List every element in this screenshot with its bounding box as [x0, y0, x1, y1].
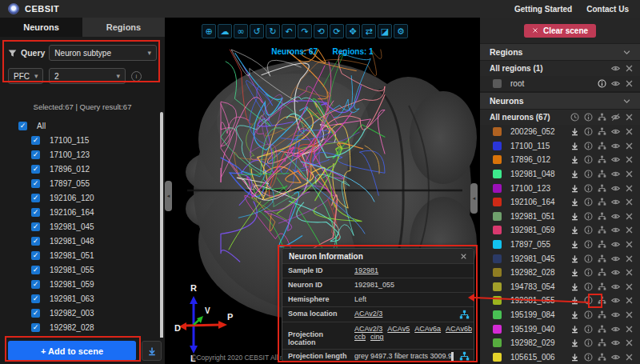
neuron-list-row[interactable]: ✓ 192106_164	[0, 205, 160, 219]
color-swatch[interactable]	[493, 127, 502, 136]
download-icon[interactable]	[570, 226, 579, 234]
download-icon[interactable]	[570, 325, 579, 334]
color-swatch[interactable]	[493, 325, 502, 334]
eye-icon[interactable]	[611, 64, 620, 73]
rotate-left-90-icon[interactable]: ↶	[282, 24, 296, 38]
download-icon[interactable]	[570, 127, 579, 136]
color-swatch[interactable]	[493, 142, 502, 150]
color-swatch[interactable]	[493, 268, 502, 277]
checkbox-checked[interactable]: ✓	[31, 266, 40, 274]
neuron-list-row[interactable]: ✓ 192981_045	[0, 219, 160, 234]
fit-view-icon[interactable]: ✥	[346, 24, 360, 38]
eye-icon[interactable]	[611, 127, 620, 136]
close-icon[interactable]	[625, 64, 634, 73]
eye-icon[interactable]	[611, 184, 620, 193]
tree-icon[interactable]	[598, 142, 606, 150]
color-swatch[interactable]	[493, 184, 502, 193]
close-icon[interactable]	[625, 338, 634, 347]
info-icon[interactable]	[584, 170, 593, 178]
tree-icon[interactable]	[598, 240, 606, 249]
color-swatch[interactable]	[493, 338, 502, 347]
region-link[interactable]: ACAv6a	[414, 325, 441, 333]
download-icon[interactable]	[570, 198, 579, 206]
download-icon[interactable]	[570, 170, 579, 178]
add-to-scene-button[interactable]: + Add to scene	[8, 341, 136, 361]
info-icon[interactable]	[598, 79, 606, 88]
info-icon[interactable]	[584, 240, 593, 249]
region-select[interactable]: PFC ▾	[8, 68, 43, 84]
checkbox-checked[interactable]: ✓	[31, 323, 40, 332]
close-icon[interactable]	[625, 184, 634, 193]
close-icon[interactable]	[625, 127, 634, 136]
info-icon[interactable]	[584, 113, 593, 122]
roll-right-90-icon[interactable]: ⟳	[330, 24, 344, 38]
checkbox-checked[interactable]: ✓	[31, 280, 40, 289]
eye-icon[interactable]	[611, 338, 620, 347]
checkbox-checked[interactable]: ✓	[18, 122, 27, 130]
close-icon[interactable]	[625, 254, 634, 263]
tree-icon[interactable]	[459, 351, 470, 362]
close-icon[interactable]	[625, 282, 634, 291]
download-icon[interactable]	[570, 296, 579, 305]
checkbox-checked[interactable]: ✓	[31, 294, 40, 303]
checkbox-checked[interactable]: ✓	[31, 150, 40, 159]
left-panel-collapse-handle[interactable]: ◂	[165, 181, 172, 211]
tree-icon[interactable]	[598, 113, 606, 122]
region-link[interactable]: cing	[370, 333, 384, 341]
color-swatch[interactable]	[493, 155, 502, 164]
color-swatch[interactable]	[493, 79, 502, 88]
checkbox-checked[interactable]: ✓	[31, 208, 40, 217]
tree-icon[interactable]	[598, 310, 606, 319]
mini-scrollbar[interactable]	[451, 352, 454, 362]
download-selection-button[interactable]	[142, 341, 162, 361]
close-icon[interactable]	[625, 310, 634, 319]
color-swatch[interactable]	[493, 254, 502, 263]
download-icon[interactable]	[570, 268, 579, 277]
download-icon[interactable]	[570, 353, 579, 362]
regions-section-header[interactable]: Regions	[480, 43, 640, 61]
tree-icon[interactable]	[598, 170, 606, 178]
eye-icon[interactable]	[611, 142, 620, 150]
neuron-list-row[interactable]: ✓ 192106_120	[0, 190, 160, 205]
close-icon[interactable]	[625, 240, 634, 249]
eye-icon[interactable]	[611, 254, 620, 263]
download-icon[interactable]	[570, 282, 579, 291]
info-icon[interactable]	[584, 226, 593, 234]
background-color-icon[interactable]: ◪	[378, 24, 392, 38]
right-panel-collapse-handle[interactable]: ◂	[470, 183, 478, 214]
info-icon[interactable]	[584, 338, 593, 347]
checkbox-checked[interactable]: ✓	[31, 165, 40, 174]
rotate-down-90-icon[interactable]: ↻	[266, 24, 280, 38]
color-swatch[interactable]	[493, 240, 502, 249]
checkbox-checked[interactable]: ✓	[31, 179, 40, 188]
settings-icon[interactable]: ⚙	[394, 24, 408, 38]
info-icon[interactable]	[584, 254, 593, 263]
close-icon[interactable]	[625, 325, 634, 334]
eye-icon[interactable]	[611, 353, 620, 362]
tree-icon[interactable]	[598, 212, 606, 221]
close-icon[interactable]	[460, 253, 467, 260]
neuron-list-row[interactable]: ✓ 192982_003	[0, 306, 160, 320]
close-icon[interactable]	[625, 226, 634, 234]
contact-us-link[interactable]: Contact Us	[586, 5, 629, 14]
checkbox-checked[interactable]: ✓	[31, 251, 40, 260]
close-icon[interactable]	[625, 155, 634, 164]
info-icon[interactable]	[584, 184, 593, 193]
eye-icon[interactable]	[611, 310, 620, 319]
brain-top-view-icon[interactable]: ∞	[234, 24, 248, 38]
eye-icon[interactable]	[611, 325, 620, 334]
tree-icon[interactable]	[598, 198, 606, 206]
info-icon[interactable]	[584, 155, 593, 164]
region-link[interactable]: ccb	[354, 333, 366, 341]
color-swatch[interactable]	[493, 353, 502, 362]
neuron-list-row[interactable]: ✓ 192981_055	[0, 262, 160, 277]
download-icon[interactable]	[570, 240, 579, 249]
eye-icon[interactable]	[611, 198, 620, 206]
eye-icon[interactable]	[611, 226, 620, 234]
close-icon[interactable]	[625, 170, 634, 178]
neuron-list-row[interactable]: ✓ 17100_123	[0, 147, 160, 162]
info-icon[interactable]	[584, 353, 593, 362]
tree-icon[interactable]	[459, 310, 470, 320]
reset-view-icon[interactable]: ⇄	[362, 24, 376, 38]
rotate-right-90-icon[interactable]: ↷	[298, 24, 312, 38]
